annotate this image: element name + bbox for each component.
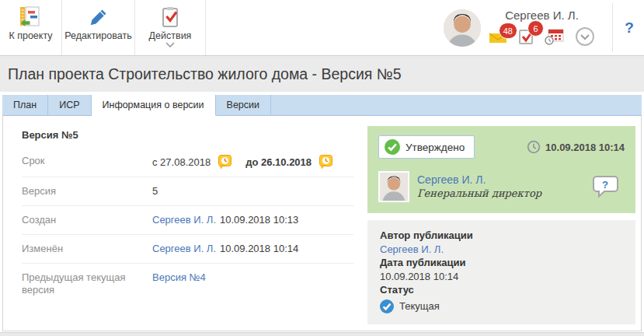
modified-user-link[interactable]: Сергеев И. Л. [152,243,216,254]
approval-column: Утверждено 10.09.2018 10:14 [367,116,641,331]
check-circle-blue-icon [380,299,394,313]
comment-bubble-button[interactable]: ? [592,175,620,198]
tasks-badge: 6 [527,20,544,37]
edit-label: Редактировать [64,30,131,41]
publication-author-label: Автор публикации [380,229,623,243]
bubble-question-glyph: ? [602,179,608,191]
mail-badge: 48 [499,23,517,39]
approver-title: Генеральный директор [417,187,541,200]
user-avatar[interactable] [444,9,481,47]
to-project-label: К проекту [9,30,52,41]
created-row: Создан Сергеев И. Л. 10.09.2018 10:13 [22,206,353,235]
publication-status-value: Текущая [399,299,440,313]
version-number-row: Версия 5 [22,177,353,206]
date-to-clock-icon[interactable] [319,155,332,169]
modified-label: Изменён [22,243,152,255]
actions-label: Действия [149,30,192,41]
calendar-clock-icon [545,29,564,45]
publication-date-label: Дата публикации [380,256,623,270]
toolbar: К проекту Редактировать Действия [0,0,644,56]
toolbar-spacer [206,0,444,55]
tab-versions[interactable]: Версии [216,95,271,115]
page-title: План проекта Строительство жилого дома -… [8,65,402,83]
approval-panel: Утверждено 10.09.2018 10:14 [367,126,635,213]
chevron-down-icon [165,42,175,47]
date-from-clock-icon[interactable] [218,155,231,169]
version-heading: Версия №5 [22,129,353,141]
modified-datetime: 10.09.2018 10:14 [220,243,298,254]
version-number-value: 5 [152,185,158,197]
tab-bar: План ИСР Информация о версии Версии [2,95,642,116]
previous-version-row: Предыдущая текущая версия Версия №4 [22,264,353,304]
publication-date-value: 10.09.2018 10:14 [380,270,623,284]
publication-status-label: Статус [380,283,623,297]
term-to-value: до 26.10.2018 [245,156,312,168]
tab-version-info[interactable]: Информация о версии [92,95,216,116]
user-menu-button[interactable] [575,26,595,47]
publication-author-link[interactable]: Сергеев И. Л. [380,243,444,255]
approver-name-link[interactable]: Сергеев И. Л. [417,173,486,186]
calendar-button[interactable] [545,29,564,45]
publication-status-row: Текущая [380,299,623,313]
app-window: К проекту Редактировать Действия [0,0,644,336]
actions-button[interactable]: Действия [135,0,206,55]
created-label: Создан [22,214,152,226]
publication-panel: Автор публикации Сергеев И. Л. Дата публ… [367,220,635,324]
tab-wbs[interactable]: ИСР [48,95,91,115]
tasks-notifications-button[interactable]: 6 [518,28,534,45]
tab-plan[interactable]: План [2,95,48,115]
edit-button[interactable]: Редактировать [62,0,135,55]
modified-row: Изменён Сергеев И. Л. 10.09.2018 10:14 [22,235,353,264]
term-from-value: с 27.08.2018 [152,156,211,168]
term-label: Срок [22,155,152,167]
check-circle-green-icon [385,139,400,155]
bottom-strip [0,332,644,336]
user-name[interactable]: Сергеев И. Л. [505,9,579,22]
pencil-icon [89,5,109,29]
created-user-link[interactable]: Сергеев И. Л. [152,214,216,226]
previous-version-link[interactable]: Версия №4 [152,271,206,283]
actions-clipboard-icon [160,5,180,29]
toolbar-separator [612,3,613,52]
mail-notifications-button[interactable]: 48 [489,30,507,44]
help-button[interactable]: ? [614,19,644,37]
clock-outline-icon [527,140,541,154]
version-number-label: Версия [22,185,152,198]
approval-datetime: 10.09.2018 10:14 [545,142,625,153]
previous-version-label: Предыдущая текущая версия [22,271,152,296]
content-area: Версия №5 Срок с 27.08.2018 до 26.10.201… [2,116,642,331]
version-details: Версия №5 Срок с 27.08.2018 до 26.10.201… [3,116,367,331]
approver-avatar[interactable] [378,171,409,202]
approved-status-label: Утверждено [406,142,465,153]
to-project-button[interactable]: К проекту [0,0,62,55]
title-bar: План проекта Строительство жилого дома -… [0,56,644,92]
chevron-circle-icon [575,26,595,47]
project-plan-icon [19,5,43,29]
created-datetime: 10.09.2018 10:13 [220,214,298,226]
term-row: Срок с 27.08.2018 до 26.10.2018 [22,147,353,177]
user-area: Сергеев И. Л. 48 [444,0,603,55]
approved-status-button[interactable]: Утверждено [378,135,475,159]
